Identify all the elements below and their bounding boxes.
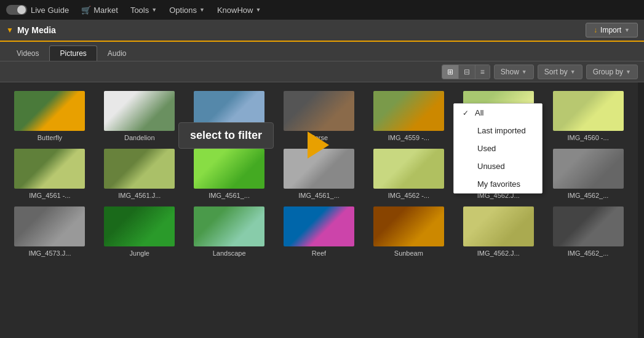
media-thumb [463,206,534,246]
panel-title: My Media [17,25,56,35]
media-item[interactable]: IMG_4562.J... [453,203,543,261]
media-item[interactable]: IMG_4560 -... [543,87,633,145]
tab-pictures-label: Pictures [60,49,86,58]
options-nav-item[interactable]: Options ▼ [169,6,205,15]
media-thumb [14,206,85,246]
live-guide-label: Live Guide [31,6,69,15]
panel-title-container: ▼ My Media [6,25,56,35]
media-item-label: IMG_4561 -... [29,192,70,199]
media-item[interactable]: Landscape [185,203,274,261]
media-item[interactable]: IMG_4562 -... [364,145,453,203]
tooltip-text: select to filter [190,129,262,141]
media-thumb [14,91,85,131]
media-thumb [553,206,624,246]
view-controls: ⊞ ⊟ ≡ Show ▼ Sort by ▼ Group by ▼ [0,61,644,82]
dropdown-item-used[interactable]: Used [454,140,542,157]
panel-arrow-icon: ▼ [6,26,14,34]
media-item-label: Dandelion [124,134,155,141]
media-item[interactable]: IMG_4561_... [185,145,274,203]
media-thumb [104,91,175,131]
media-item-label: IMG_4573.J... [28,250,71,257]
tab-pictures[interactable]: Pictures [49,45,97,61]
dropdown-item-unused[interactable]: Unused [454,157,542,175]
media-thumb [553,149,624,189]
live-guide-toggle[interactable]: Live Guide [6,5,69,15]
media-item-label: IMG_4561_... [298,192,340,199]
media-item-label: IMG_4562.J... [477,250,520,257]
show-label: Show [501,68,519,76]
media-item-label: IMG_4562_... [568,250,609,257]
media-item[interactable]: IMG_4573.J... [5,203,95,261]
media-item-label: IMG_4562_... [568,192,609,199]
tools-label: Tools [130,6,149,15]
media-thumb [284,91,354,131]
view-medium-button[interactable]: ⊟ [459,65,475,79]
media-item-label: IMG_4559 -... [388,134,429,141]
media-thumb [284,206,354,246]
group-by-caret: ▼ [626,69,631,75]
media-item-label: Sunbeam [394,250,423,257]
media-item[interactable]: Reef [274,203,364,261]
top-nav: Live Guide 🛒 Market Tools ▼ Options ▼ Kn… [0,0,644,20]
tabs-bar: Videos Pictures Audio [0,42,644,61]
dropdown-item-last-imported[interactable]: Last imported [454,122,542,140]
media-thumb [373,206,444,246]
media-item[interactable]: IMG_4562_... [543,203,633,261]
media-item-label: Jungle [130,250,149,257]
media-thumb [194,206,264,246]
tab-audio[interactable]: Audio [97,45,137,61]
view-grid-button[interactable]: ⊞ [442,65,459,79]
scrollbar[interactable] [638,82,644,338]
view-list-button[interactable]: ≡ [475,65,490,79]
tools-caret: ▼ [151,7,157,13]
media-thumb [373,91,444,131]
market-icon: 🛒 [81,6,91,15]
media-item[interactable]: IMG_4561 -... [5,145,95,203]
media-item-label: IMG_4562 -... [388,192,429,199]
media-item[interactable]: Jungle [95,203,185,261]
options-caret: ▼ [199,7,205,13]
tab-videos-label: Videos [17,49,39,58]
media-thumb [14,149,85,189]
media-thumb [104,206,175,246]
media-item-label: Landscape [213,250,246,257]
arrow-right-icon [308,132,329,159]
panel-header: ▼ My Media ↓ Import ▼ [0,20,644,42]
knowhow-label: KnowHow [217,6,253,15]
media-item-label: IMG_4560 -... [567,134,608,141]
tools-nav-item[interactable]: Tools ▼ [130,6,157,15]
import-label: Import [600,26,621,34]
tab-videos[interactable]: Videos [6,45,49,61]
options-label: Options [169,6,197,15]
sort-by-label: Sort by [544,68,568,76]
group-by-label: Group by [593,68,623,76]
show-caret: ▼ [522,69,527,75]
market-nav-item[interactable]: 🛒 Market [81,6,118,15]
media-item[interactable]: IMG_4559 -... [364,87,453,145]
import-arrow-icon: ↓ [594,26,597,34]
show-dropdown-button[interactable]: Show ▼ [494,65,534,79]
toggle-track [6,5,27,15]
view-mode-group: ⊞ ⊟ ≡ [442,65,490,79]
media-item[interactable]: Dandelion [95,87,185,145]
media-item[interactable]: IMG_4562_... [543,145,633,203]
dropdown-item-my-favorites[interactable]: My favorites [454,175,542,193]
media-item-label: Reef [312,250,326,257]
media-item-label: IMG_4561.J... [118,192,161,199]
sort-by-dropdown-button[interactable]: Sort by ▼ [538,65,582,79]
tab-audio-label: Audio [108,49,127,58]
media-item-label: IMG_4561_... [209,192,250,199]
group-by-dropdown-button[interactable]: Group by ▼ [586,65,638,79]
media-thumb [104,149,175,189]
knowhow-nav-item[interactable]: KnowHow ▼ [217,6,261,15]
main-content: ButterflyDandelionDolphinHorseIMG_4559 -… [0,82,644,338]
media-thumb [553,91,624,131]
sort-by-caret: ▼ [570,69,576,75]
dropdown-item-all[interactable]: All [454,104,542,122]
media-item[interactable]: Butterfly [5,87,95,145]
tooltip-box: select to filter [178,122,274,149]
media-item[interactable]: IMG_4561.J... [95,145,185,203]
import-button[interactable]: ↓ Import ▼ [586,23,638,37]
market-label: Market [93,6,118,15]
media-item[interactable]: Sunbeam [364,203,453,261]
